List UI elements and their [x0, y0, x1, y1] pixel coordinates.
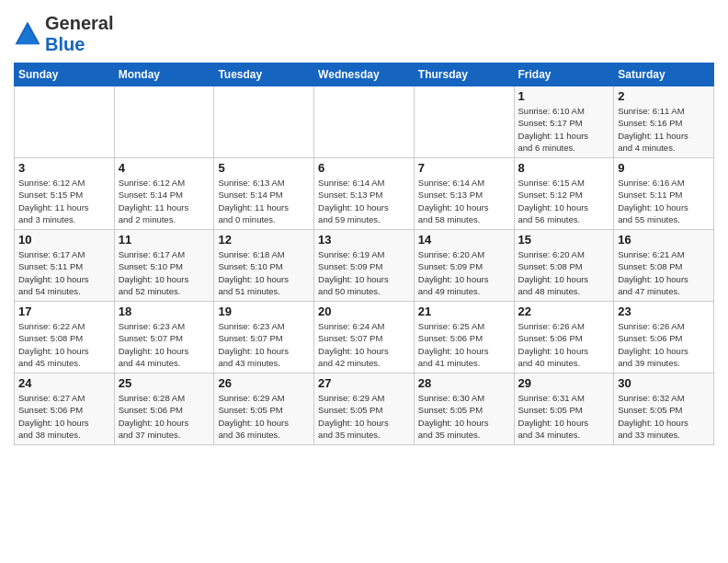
calendar-cell — [314, 86, 415, 158]
calendar-week-row: 1Sunrise: 6:10 AM Sunset: 5:17 PM Daylig… — [15, 86, 714, 158]
calendar-table: SundayMondayTuesdayWednesdayThursdayFrid… — [14, 63, 714, 445]
day-info: Sunrise: 6:22 AM Sunset: 5:08 PM Dayligh… — [18, 320, 110, 369]
day-info: Sunrise: 6:29 AM Sunset: 5:05 PM Dayligh… — [218, 392, 310, 441]
day-info: Sunrise: 6:14 AM Sunset: 5:13 PM Dayligh… — [418, 177, 510, 225]
day-number: 5 — [218, 161, 310, 175]
day-info: Sunrise: 6:12 AM Sunset: 5:14 PM Dayligh… — [119, 177, 210, 225]
day-info: Sunrise: 6:17 AM Sunset: 5:10 PM Dayligh… — [119, 248, 210, 297]
day-number: 1 — [518, 89, 610, 103]
day-number: 2 — [618, 89, 710, 103]
day-number: 25 — [119, 376, 210, 390]
day-number: 27 — [318, 376, 410, 390]
day-info: Sunrise: 6:29 AM Sunset: 5:05 PM Dayligh… — [318, 392, 410, 441]
day-info: Sunrise: 6:27 AM Sunset: 5:06 PM Dayligh… — [18, 392, 110, 441]
page-container: General Blue SundayMondayTuesdayWednesda… — [0, 0, 728, 454]
calendar-cell: 12Sunrise: 6:18 AM Sunset: 5:10 PM Dayli… — [214, 230, 314, 302]
logo-area: General Blue — [14, 13, 113, 55]
day-number: 22 — [518, 304, 610, 318]
day-header-saturday: Saturday — [614, 63, 714, 86]
day-info: Sunrise: 6:31 AM Sunset: 5:05 PM Dayligh… — [518, 392, 610, 441]
day-header-monday: Monday — [114, 63, 214, 86]
day-info: Sunrise: 6:21 AM Sunset: 5:08 PM Dayligh… — [618, 248, 710, 297]
calendar-cell: 4Sunrise: 6:12 AM Sunset: 5:14 PM Daylig… — [114, 158, 214, 230]
calendar-cell — [114, 86, 214, 158]
calendar-cell: 29Sunrise: 6:31 AM Sunset: 5:05 PM Dayli… — [514, 373, 614, 445]
day-number: 12 — [218, 233, 310, 247]
day-header-thursday: Thursday — [414, 63, 514, 86]
day-number: 9 — [618, 161, 710, 175]
calendar-cell: 13Sunrise: 6:19 AM Sunset: 5:09 PM Dayli… — [314, 230, 415, 302]
day-info: Sunrise: 6:10 AM Sunset: 5:17 PM Dayligh… — [518, 105, 610, 154]
day-info: Sunrise: 6:17 AM Sunset: 5:11 PM Dayligh… — [18, 248, 110, 297]
day-number: 10 — [18, 233, 110, 247]
calendar-header-row: SundayMondayTuesdayWednesdayThursdayFrid… — [15, 63, 714, 86]
calendar-cell: 26Sunrise: 6:29 AM Sunset: 5:05 PM Dayli… — [214, 373, 314, 445]
day-number: 18 — [119, 304, 210, 318]
calendar-cell: 23Sunrise: 6:26 AM Sunset: 5:06 PM Dayli… — [614, 302, 714, 373]
day-number: 20 — [318, 304, 410, 318]
calendar-cell: 6Sunrise: 6:14 AM Sunset: 5:13 PM Daylig… — [314, 158, 415, 230]
day-number: 23 — [618, 304, 710, 318]
calendar-cell — [214, 86, 314, 158]
day-info: Sunrise: 6:24 AM Sunset: 5:07 PM Dayligh… — [318, 320, 410, 369]
day-number: 24 — [18, 376, 110, 390]
calendar-cell: 28Sunrise: 6:30 AM Sunset: 5:05 PM Dayli… — [414, 373, 514, 445]
day-info: Sunrise: 6:19 AM Sunset: 5:09 PM Dayligh… — [318, 248, 410, 297]
day-number: 11 — [119, 233, 210, 247]
day-info: Sunrise: 6:26 AM Sunset: 5:06 PM Dayligh… — [518, 320, 610, 369]
day-info: Sunrise: 6:13 AM Sunset: 5:14 PM Dayligh… — [218, 177, 310, 225]
calendar-cell: 22Sunrise: 6:26 AM Sunset: 5:06 PM Dayli… — [514, 302, 614, 373]
calendar-cell: 21Sunrise: 6:25 AM Sunset: 5:06 PM Dayli… — [414, 302, 514, 373]
day-number: 7 — [418, 161, 510, 175]
day-header-tuesday: Tuesday — [214, 63, 314, 86]
day-number: 4 — [119, 161, 210, 175]
calendar-cell: 1Sunrise: 6:10 AM Sunset: 5:17 PM Daylig… — [514, 86, 614, 158]
day-number: 26 — [218, 376, 310, 390]
day-header-wednesday: Wednesday — [314, 63, 415, 86]
day-number: 8 — [518, 161, 610, 175]
calendar-week-row: 3Sunrise: 6:12 AM Sunset: 5:15 PM Daylig… — [15, 158, 714, 230]
calendar-cell: 3Sunrise: 6:12 AM Sunset: 5:15 PM Daylig… — [15, 158, 115, 230]
day-info: Sunrise: 6:20 AM Sunset: 5:09 PM Dayligh… — [418, 248, 510, 297]
day-info: Sunrise: 6:32 AM Sunset: 5:05 PM Dayligh… — [618, 392, 710, 441]
day-info: Sunrise: 6:23 AM Sunset: 5:07 PM Dayligh… — [119, 320, 210, 369]
header: General Blue — [14, 9, 714, 55]
calendar-cell: 19Sunrise: 6:23 AM Sunset: 5:07 PM Dayli… — [214, 302, 314, 373]
calendar-cell: 10Sunrise: 6:17 AM Sunset: 5:11 PM Dayli… — [15, 230, 115, 302]
day-number: 29 — [518, 376, 610, 390]
logo-icon — [14, 20, 41, 48]
day-number: 17 — [18, 304, 110, 318]
calendar-cell — [15, 86, 115, 158]
calendar-cell: 7Sunrise: 6:14 AM Sunset: 5:13 PM Daylig… — [414, 158, 514, 230]
day-info: Sunrise: 6:28 AM Sunset: 5:06 PM Dayligh… — [119, 392, 210, 441]
day-number: 14 — [418, 233, 510, 247]
day-info: Sunrise: 6:11 AM Sunset: 5:16 PM Dayligh… — [618, 105, 710, 154]
day-number: 6 — [318, 161, 410, 175]
calendar-cell: 5Sunrise: 6:13 AM Sunset: 5:14 PM Daylig… — [214, 158, 314, 230]
calendar-cell: 24Sunrise: 6:27 AM Sunset: 5:06 PM Dayli… — [15, 373, 115, 445]
calendar-cell: 8Sunrise: 6:15 AM Sunset: 5:12 PM Daylig… — [514, 158, 614, 230]
day-info: Sunrise: 6:30 AM Sunset: 5:05 PM Dayligh… — [418, 392, 510, 441]
calendar-cell: 17Sunrise: 6:22 AM Sunset: 5:08 PM Dayli… — [15, 302, 115, 373]
day-header-friday: Friday — [514, 63, 614, 86]
day-number: 3 — [18, 161, 110, 175]
day-info: Sunrise: 6:12 AM Sunset: 5:15 PM Dayligh… — [18, 177, 110, 225]
calendar-cell: 11Sunrise: 6:17 AM Sunset: 5:10 PM Dayli… — [114, 230, 214, 302]
calendar-cell: 15Sunrise: 6:20 AM Sunset: 5:08 PM Dayli… — [514, 230, 614, 302]
day-info: Sunrise: 6:20 AM Sunset: 5:08 PM Dayligh… — [518, 248, 610, 297]
calendar-cell: 25Sunrise: 6:28 AM Sunset: 5:06 PM Dayli… — [114, 373, 214, 445]
calendar-week-row: 10Sunrise: 6:17 AM Sunset: 5:11 PM Dayli… — [15, 230, 714, 302]
calendar-week-row: 17Sunrise: 6:22 AM Sunset: 5:08 PM Dayli… — [15, 302, 714, 373]
calendar-cell: 2Sunrise: 6:11 AM Sunset: 5:16 PM Daylig… — [614, 86, 714, 158]
day-number: 19 — [218, 304, 310, 318]
calendar-cell: 20Sunrise: 6:24 AM Sunset: 5:07 PM Dayli… — [314, 302, 415, 373]
calendar-cell: 18Sunrise: 6:23 AM Sunset: 5:07 PM Dayli… — [114, 302, 214, 373]
day-number: 21 — [418, 304, 510, 318]
day-info: Sunrise: 6:23 AM Sunset: 5:07 PM Dayligh… — [218, 320, 310, 369]
day-info: Sunrise: 6:18 AM Sunset: 5:10 PM Dayligh… — [218, 248, 310, 297]
calendar-cell — [414, 86, 514, 158]
logo-text: General Blue — [45, 13, 113, 55]
day-info: Sunrise: 6:14 AM Sunset: 5:13 PM Dayligh… — [318, 177, 410, 225]
day-info: Sunrise: 6:15 AM Sunset: 5:12 PM Dayligh… — [518, 177, 610, 225]
day-number: 15 — [518, 233, 610, 247]
